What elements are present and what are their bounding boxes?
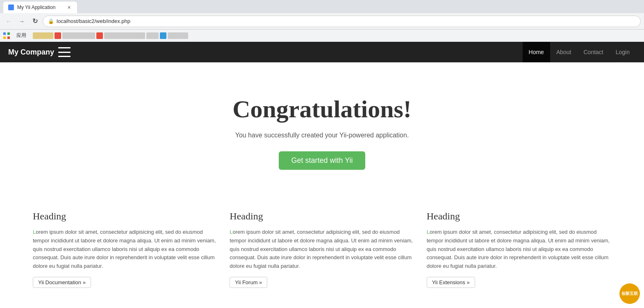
col2-body: Lorem ipsum dolor sit amet, consectetur … xyxy=(230,228,414,271)
nav-login[interactable]: Login xyxy=(610,42,636,62)
apps-icon xyxy=(3,32,10,39)
bookmark-placeholder-3 xyxy=(62,32,95,39)
reload-button[interactable]: ↻ xyxy=(30,16,40,27)
get-started-button[interactable]: Get started with Yii xyxy=(279,151,365,170)
svg-rect-0 xyxy=(3,32,6,35)
bookmark-placeholder-7 xyxy=(160,32,166,39)
svg-rect-1 xyxy=(7,32,10,35)
forward-button[interactable]: → xyxy=(16,16,27,27)
browser-tab[interactable]: My Yii Application ✕ xyxy=(3,2,77,13)
svg-rect-3 xyxy=(7,37,10,39)
browser-chrome: My Yii Application ✕ ← → ↻ 🔒 localhost/b… xyxy=(0,0,644,42)
col1-heading: Heading xyxy=(33,211,217,222)
bookmarks-bar: 应用 xyxy=(0,30,644,42)
bookmark-placeholder-1 xyxy=(33,32,53,39)
page-content: My Company Home About Contact Login Cong… xyxy=(0,42,644,308)
three-columns: Heading Lorem ipsum dolor sit amet, cons… xyxy=(0,194,644,308)
url-text: localhost/basic2/web/index.php xyxy=(57,18,130,24)
col1-link[interactable]: Yii Documentation » xyxy=(33,277,91,288)
bookmark-placeholder-5 xyxy=(104,32,145,39)
col1-body-rest: orem ipsum dolor sit amet, consectetur a… xyxy=(33,229,216,269)
brand-name: My Company xyxy=(8,48,54,57)
col2-link[interactable]: Yii Forum » xyxy=(230,277,267,288)
watermark: 创新互联 xyxy=(619,283,640,304)
nav-home[interactable]: Home xyxy=(523,42,550,62)
navbar-brand[interactable]: My Company xyxy=(8,47,71,57)
address-bar: ← → ↻ 🔒 localhost/basic2/web/index.php xyxy=(0,13,644,30)
bookmark-placeholder-2 xyxy=(55,32,61,39)
hero-section: Congratulations! You have successfully c… xyxy=(0,62,644,194)
navbar: My Company Home About Contact Login xyxy=(0,42,644,62)
col2-body-rest: orem ipsum dolor sit amet, consectetur a… xyxy=(230,229,413,269)
svg-rect-2 xyxy=(3,37,6,39)
nav-about[interactable]: About xyxy=(550,42,578,62)
bookmark-placeholder-8 xyxy=(168,32,188,39)
tab-title: My Yii Application xyxy=(17,5,62,10)
bookmarks-apps-label[interactable]: 应用 xyxy=(13,31,30,40)
lock-icon: 🔒 xyxy=(48,18,54,24)
tab-bar: My Yii Application ✕ xyxy=(0,0,644,13)
column-2: Heading Lorem ipsum dolor sit amet, cons… xyxy=(230,211,414,288)
tab-favicon xyxy=(8,5,14,10)
col2-heading: Heading xyxy=(230,211,414,222)
url-bar[interactable]: 🔒 localhost/basic2/web/index.php xyxy=(43,16,641,27)
hero-heading: Congratulations! xyxy=(8,95,636,123)
col1-body: Lorem ipsum dolor sit amet, consectetur … xyxy=(33,228,217,271)
column-3: Heading Lorem ipsum dolor sit amet, cons… xyxy=(427,211,611,288)
tab-close-button[interactable]: ✕ xyxy=(66,4,72,11)
col3-body-rest: orem ipsum dolor sit amet, consectetur a… xyxy=(427,229,610,269)
hero-subtext: You have successfully created your Yii-p… xyxy=(8,132,636,139)
col3-body: Lorem ipsum dolor sit amet, consectetur … xyxy=(427,228,611,271)
nav-contact[interactable]: Contact xyxy=(577,42,609,62)
bookmark-placeholder-4 xyxy=(96,32,103,39)
back-button[interactable]: ← xyxy=(3,16,14,27)
col3-heading: Heading xyxy=(427,211,611,222)
col3-link[interactable]: Yii Extensions » xyxy=(427,277,475,288)
bookmark-placeholder-6 xyxy=(146,32,159,39)
watermark-text: 创新互联 xyxy=(621,291,638,296)
col3-first-letter: L xyxy=(427,229,430,235)
navbar-nav: Home About Contact Login xyxy=(523,42,636,62)
column-1: Heading Lorem ipsum dolor sit amet, cons… xyxy=(33,211,217,288)
col2-first-letter: L xyxy=(230,229,232,235)
menu-toggle-icon[interactable] xyxy=(58,47,71,57)
